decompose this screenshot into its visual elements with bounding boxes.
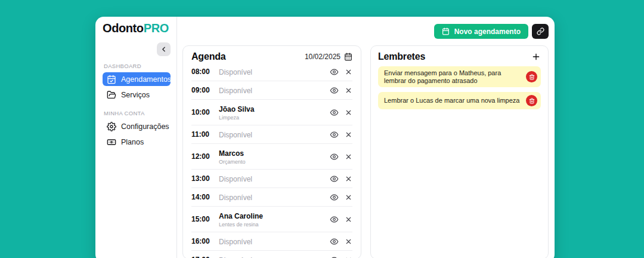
novo-agendamento-label: Novo agendamento (454, 27, 521, 36)
view-appointment-button[interactable] (330, 237, 339, 246)
cancel-appointment-button[interactable] (345, 216, 352, 223)
cancel-appointment-button[interactable] (345, 153, 352, 161)
main-content: Novo agendamento Agenda 10/02/2025 (177, 17, 555, 258)
sidebar-item-configuracoes[interactable]: Configurações (103, 119, 171, 133)
cancel-appointment-button[interactable] (345, 194, 352, 201)
slot-label: Jõao Silva (219, 105, 254, 113)
share-link-button[interactable] (532, 24, 549, 39)
reminder-text: Lembrar o Lucas de marcar uma nova limpe… (384, 97, 521, 105)
delete-reminder-button[interactable] (526, 71, 537, 82)
banknote-icon (107, 137, 116, 147)
view-appointment-button[interactable] (330, 152, 339, 161)
view-appointment-button[interactable] (330, 215, 339, 224)
x-icon (345, 175, 352, 183)
eye-icon (330, 215, 339, 224)
eye-icon (330, 108, 339, 117)
view-appointment-button[interactable] (330, 174, 339, 183)
cancel-appointment-button[interactable] (345, 87, 352, 94)
view-appointment-button[interactable] (330, 193, 339, 202)
slot-label: Disponível (219, 87, 252, 95)
slot-time: 16:00 (191, 237, 215, 245)
agenda-row: 08:00 Disponível (191, 63, 352, 81)
reminders-panel: Lembretes Enviar mensagem para o Matheus… (370, 45, 549, 258)
sidebar-item-label: Agendamentos (121, 75, 171, 84)
sidebar-section-dashboard: DASHBOARD (104, 63, 171, 69)
slot-time: 17:00 (191, 256, 215, 258)
slot-time: 11:00 (191, 130, 215, 139)
view-appointment-button[interactable] (330, 86, 339, 95)
view-appointment-button[interactable] (330, 108, 339, 117)
agenda-date-value: 10/02/2025 (305, 53, 340, 61)
logo-part-accent: PRO (144, 22, 169, 35)
add-reminder-button[interactable] (531, 52, 541, 62)
agenda-panel: Agenda 10/02/2025 08:00 Disponível (182, 45, 361, 258)
reminders-title: Lembretes (378, 51, 425, 62)
slot-time: 08:00 (191, 67, 215, 76)
slot-time: 13:00 (191, 174, 215, 183)
x-icon (345, 216, 352, 223)
calendar-icon (442, 27, 450, 35)
agenda-row: 12:00 Marcos Orçamento (191, 144, 352, 170)
chevron-left-icon (160, 45, 168, 53)
slot-label: Disponível (219, 68, 252, 76)
cancel-appointment-button[interactable] (345, 68, 352, 76)
collapse-sidebar-button[interactable] (157, 42, 171, 56)
topbar: Novo agendamento (182, 24, 549, 39)
cancel-appointment-button[interactable] (345, 238, 352, 245)
agenda-row: 15:00 Ana Caroline Lentes de resina (191, 207, 352, 232)
agenda-row: 14:00 Disponível (191, 188, 352, 207)
reminder-note: Enviar mensagem para o Matheus, para lem… (378, 66, 541, 87)
agenda-row: 13:00 Disponível (191, 170, 352, 188)
page-background: { "logo": { "part1": "Odonto", "part2": … (0, 0, 644, 258)
x-icon (345, 153, 352, 161)
delete-reminder-button[interactable] (526, 95, 537, 106)
gear-icon (107, 122, 116, 131)
x-icon (345, 68, 352, 76)
agenda-row: 16:00 Disponível (191, 232, 352, 251)
app-logo: OdontoPRO (103, 22, 171, 35)
slot-label: Disponível (219, 194, 252, 202)
reminder-note: Lembrar o Lucas de marcar uma nova limpe… (378, 92, 541, 109)
view-appointment-button[interactable] (330, 256, 339, 258)
slot-label: Ana Caroline (219, 212, 263, 220)
eye-icon (330, 67, 339, 76)
agenda-row: 17:00 Disponível (191, 251, 352, 258)
novo-agendamento-button[interactable]: Novo agendamento (434, 24, 528, 39)
view-appointment-button[interactable] (330, 67, 339, 76)
eye-icon (330, 86, 339, 95)
eye-icon (330, 193, 339, 202)
panels: Agenda 10/02/2025 08:00 Disponível (182, 45, 549, 258)
agenda-rows: 08:00 Disponível 09:00 Disponível (191, 63, 352, 258)
slot-time: 10:00 (191, 108, 215, 116)
sidebar-item-label: Configurações (121, 122, 169, 131)
slot-service: Lentes de resina (219, 222, 330, 228)
cancel-appointment-button[interactable] (345, 175, 352, 183)
agenda-date-picker[interactable]: 10/02/2025 (305, 53, 352, 61)
sidebar: OdontoPRO DASHBOARD Agendamentos Serviço… (95, 17, 177, 258)
slot-service: Orçamento (219, 159, 330, 165)
sidebar-item-label: Serviços (121, 91, 150, 99)
slot-time: 15:00 (191, 215, 215, 223)
slot-label: Disponível (219, 175, 252, 183)
cancel-appointment-button[interactable] (345, 131, 352, 139)
x-icon (345, 131, 352, 139)
view-appointment-button[interactable] (330, 130, 339, 139)
sidebar-item-planos[interactable]: Planos (103, 135, 171, 149)
eye-icon (330, 174, 339, 183)
sidebar-item-agendamentos[interactable]: Agendamentos (103, 72, 171, 86)
plus-icon (531, 52, 541, 62)
x-icon (345, 238, 352, 245)
x-icon (345, 109, 352, 116)
slot-time: 14:00 (191, 193, 215, 201)
cancel-appointment-button[interactable] (345, 109, 352, 116)
slot-label: Disponível (219, 238, 252, 246)
agenda-row: 11:00 Disponível (191, 125, 352, 144)
slot-label: Marcos (219, 149, 244, 158)
app-card: OdontoPRO DASHBOARD Agendamentos Serviço… (95, 17, 555, 258)
reminder-notes: Enviar mensagem para o Matheus, para lem… (378, 66, 541, 109)
sidebar-item-servicos[interactable]: Serviços (103, 88, 171, 102)
agenda-row: 09:00 Disponível (191, 81, 352, 100)
cancel-appointment-button[interactable] (345, 256, 352, 258)
trash-icon (529, 98, 535, 104)
eye-icon (330, 152, 339, 161)
